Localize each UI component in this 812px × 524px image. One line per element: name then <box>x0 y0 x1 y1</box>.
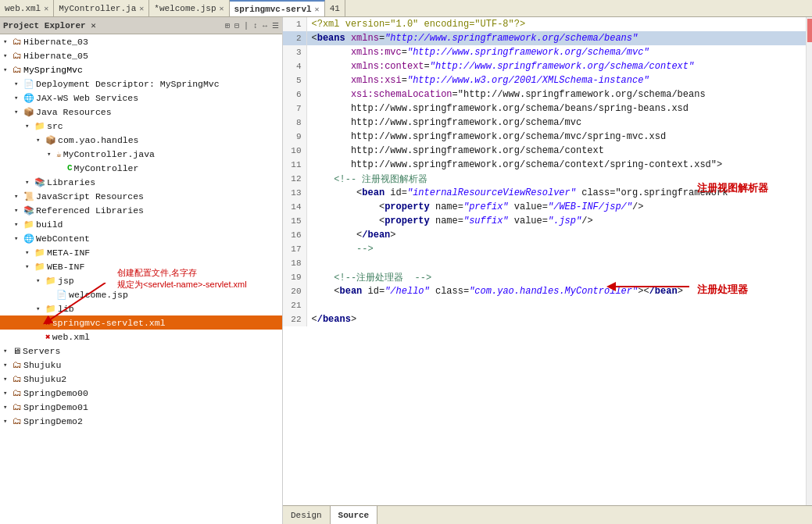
tab-label: 41 <box>330 4 340 13</box>
tree-item-jax_ws_web_services[interactable]: ▾🌐JAX-WS Web Services <box>0 91 282 105</box>
code-content: <property name="suffix" value=".jsp"/> <box>306 214 812 228</box>
tree-item-java_resources[interactable]: ▾📦Java Resources <box>0 105 282 119</box>
expand-icon[interactable]: ▾ <box>25 122 33 130</box>
code-content: <property name="prefix" value="/WEB-INF/… <box>306 200 812 214</box>
expand-icon[interactable]: ▾ <box>14 94 22 102</box>
expand-icon[interactable]: ▾ <box>36 136 44 144</box>
expand-icon[interactable]: ▾ <box>14 206 22 215</box>
tree-item-welcome_jsp[interactable]: 📄welcome.jsp <box>0 287 282 301</box>
item-label: welcome.jsp <box>69 290 128 300</box>
tab-welcome-jsp[interactable]: *welcome.jsp ✕ <box>149 0 229 16</box>
expand-icon[interactable]: ▾ <box>3 389 11 397</box>
tab-source[interactable]: Source <box>331 506 378 524</box>
tree-item-web_inf[interactable]: ▾📁WEB-INF <box>0 259 282 273</box>
line-number: 6 <box>283 87 306 102</box>
line-number: 5 <box>283 73 306 87</box>
expand-icon[interactable]: ▾ <box>36 276 44 285</box>
scroll-thumb[interactable] <box>807 19 812 42</box>
item-label: WEB-INF <box>47 262 84 272</box>
item-label: JavaScript Resources <box>36 191 144 201</box>
tree-item-shujuku2[interactable]: ▾🗂Shujuku2 <box>0 372 282 386</box>
tree-item-mycontroller[interactable]: CMyController <box>0 161 282 175</box>
tree-item-myspringmvc[interactable]: ▾🗂MySpringMvc <box>0 62 282 77</box>
scrollbar[interactable] <box>806 17 812 505</box>
expand-icon[interactable]: ▾ <box>3 37 11 46</box>
line-number: 9 <box>283 130 306 144</box>
expand-icon[interactable]: ▾ <box>3 66 11 74</box>
tree-item-springdemo01[interactable]: ▾🗂SpringDemo01 <box>0 400 282 414</box>
code-content: http://www.springframework.org/schema/mv… <box>306 116 812 130</box>
tree-item-servers[interactable]: ▾🖥Servers <box>0 344 282 358</box>
tree-item-shujuku[interactable]: ▾🗂Shujuku <box>0 358 282 372</box>
tab-web-xml[interactable]: web.xml ✕ <box>0 0 54 16</box>
expand-icon[interactable]: ▾ <box>14 192 22 201</box>
tree-item-springdemo00[interactable]: ▾🗂SpringDemo00 <box>0 386 282 400</box>
line-number: 17 <box>283 242 306 256</box>
code-content: <beans xmlns="http://www.springframework… <box>306 31 812 45</box>
expand-icon[interactable]: ▾ <box>3 403 11 412</box>
expand-icon[interactable]: ▾ <box>14 108 22 116</box>
line-number: 1 <box>283 17 306 31</box>
tree-item-lib[interactable]: ▾📁lib <box>0 301 282 315</box>
tree-item-src[interactable]: ▾📁src <box>0 119 282 133</box>
code-content: http://www.springframework.org/schema/co… <box>306 158 812 172</box>
tree-item-web_xml[interactable]: ✖web.xml <box>0 330 282 344</box>
close-icon[interactable]: ✕ <box>220 4 224 13</box>
expand-icon[interactable]: ▾ <box>3 375 11 383</box>
line-number: 2 <box>283 31 306 45</box>
expand-icon[interactable]: ▾ <box>14 80 22 88</box>
tab-springmvc-servlet[interactable]: springmvc-servl ✕ <box>230 0 325 16</box>
tree-item-deployment_descriptor__myspringmvc[interactable]: ▾📄Deployment Descriptor: MySpringMvc <box>0 77 282 91</box>
expand-icon[interactable]: ▾ <box>25 262 33 271</box>
expand-icon[interactable]: ▾ <box>36 305 44 313</box>
close-icon[interactable]: ✕ <box>315 5 320 14</box>
line-number: 11 <box>283 158 306 172</box>
item-label: web.xml <box>52 332 90 342</box>
line-number: 16 <box>283 228 306 242</box>
code-content: </bean> <box>306 228 812 242</box>
code-line-1: 1<?xml version="1.0" encoding="UTF-8"?> <box>283 17 812 31</box>
item-label: MyController <box>74 163 139 173</box>
item-label: src <box>47 121 63 131</box>
line-number: 15 <box>283 214 306 228</box>
tree-item-jsp[interactable]: ▾📁jsp <box>0 273 282 287</box>
tab-line-count: 41 <box>325 0 345 16</box>
tree-item-build[interactable]: ▾📁build <box>0 217 282 231</box>
close-icon[interactable]: ✕ <box>44 4 48 13</box>
tree-item-meta_inf[interactable]: ▾📁META-INF <box>0 245 282 259</box>
tree-item-referenced_libraries[interactable]: ▾📚Referenced Libraries <box>0 203 282 217</box>
expand-icon[interactable]: ▾ <box>3 52 11 60</box>
editor-area[interactable]: 1<?xml version="1.0" encoding="UTF-8"?>2… <box>283 17 812 505</box>
code-line-18: 18 <box>283 256 812 270</box>
expand-icon[interactable]: ▾ <box>14 234 22 243</box>
code-line-4: 4 xmlns:context="http://www.springframew… <box>283 59 812 73</box>
tab-design[interactable]: Design <box>283 506 331 524</box>
expand-icon[interactable]: ▾ <box>3 361 11 369</box>
tree-item-springmvc_servlet_xml[interactable]: ✖springmvc-servlet.xml <box>0 315 282 330</box>
item-label: SpringDemo01 <box>23 402 88 412</box>
expand-icon[interactable]: ▾ <box>14 220 22 229</box>
code-line-16: 16 </bean> <box>283 228 812 242</box>
tree-item-javascript_resources[interactable]: ▾📜JavaScript Resources <box>0 189 282 203</box>
code-line-17: 17 --> <box>283 242 812 256</box>
explorer-tree[interactable]: ▾🗂Hibernate_03▾🗂Hibernate_05▾🗂MySpringMv… <box>0 34 282 524</box>
expand-icon[interactable]: ▾ <box>25 178 33 187</box>
expand-icon[interactable]: ▾ <box>3 347 11 355</box>
tree-item-mycontroller_java[interactable]: ▾☕MyController.java <box>0 147 282 161</box>
code-line-22: 22</beans> <box>283 312 812 326</box>
code-content: http://www.springframework.org/schema/be… <box>306 102 812 116</box>
code-line-2: 2<beans xmlns="http://www.springframewor… <box>283 31 812 45</box>
tree-item-hibernate_05[interactable]: ▾🗂Hibernate_05 <box>0 48 282 62</box>
code-content <box>306 256 812 270</box>
expand-icon[interactable]: ▾ <box>47 150 55 159</box>
tree-item-libraries[interactable]: ▾📚Libraries <box>0 175 282 189</box>
tree-item-webcontent[interactable]: ▾🌐WebContent <box>0 231 282 245</box>
expand-icon[interactable]: ▾ <box>25 248 33 257</box>
tree-item-hibernate_03[interactable]: ▾🗂Hibernate_03 <box>0 34 282 48</box>
tree-item-com_yao_handles[interactable]: ▾📦com.yao.handles <box>0 133 282 147</box>
item-label: Servers <box>23 346 60 356</box>
expand-icon[interactable]: ▾ <box>3 417 11 426</box>
tab-mycontroller[interactable]: MyController.ja ✕ <box>54 0 149 16</box>
tree-item-springdemo2[interactable]: ▾🗂SpringDemo2 <box>0 414 282 428</box>
close-icon[interactable]: ✕ <box>139 4 144 13</box>
